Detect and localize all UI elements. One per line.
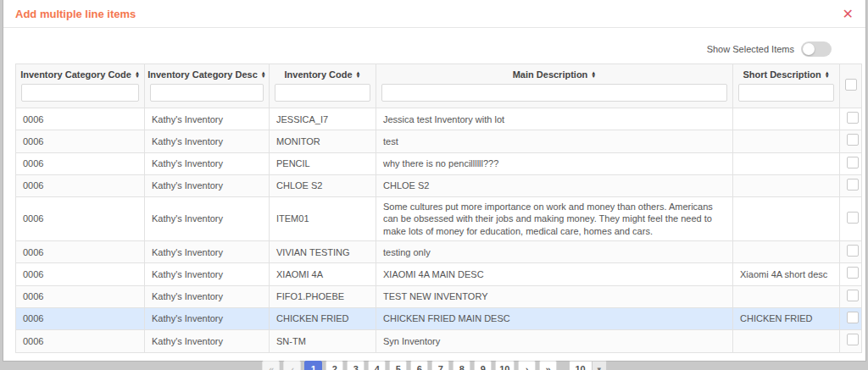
table-header-row: Inventory Category Code▲▼ Inventory Cate…	[16, 64, 862, 108]
cell-category-desc: Kathy's Inventory	[145, 263, 270, 285]
add-line-items-modal: Add multiple line items ✕ Show Selected …	[3, 0, 866, 362]
page-button-10[interactable]: 10	[495, 361, 514, 370]
cell-main-description: XIAOMI 4A MAIN DESC	[376, 263, 733, 285]
cell-short-description	[733, 130, 840, 152]
cell-category-desc: Kathy's Inventory	[145, 174, 270, 196]
page-button-2[interactable]: 2	[326, 361, 343, 370]
cell-category-code: 0006	[16, 197, 145, 241]
column-header-select	[840, 64, 862, 108]
cell-category-code: 0006	[16, 130, 145, 152]
cell-inventory-code: CHICKEN FRIED	[270, 307, 376, 329]
column-label: Inventory Category Desc	[147, 69, 258, 80]
page-button-3[interactable]: 3	[347, 361, 364, 370]
cell-inventory-code: PENCIL	[270, 152, 376, 174]
row-checkbox[interactable]	[847, 112, 859, 124]
select-all-checkbox[interactable]	[845, 79, 857, 91]
show-selected-label: Show Selected Items	[707, 44, 794, 54]
cell-main-description: CHLOE S2	[376, 174, 733, 196]
sort-icon[interactable]: ▲▼	[825, 71, 830, 78]
column-header-category-desc[interactable]: Inventory Category Desc▲▼	[145, 64, 270, 108]
sort-icon[interactable]: ▲▼	[356, 71, 361, 78]
row-checkbox[interactable]	[847, 157, 859, 168]
cell-inventory-code: MONITOR	[270, 130, 376, 152]
cell-inventory-code: VIVIAN TESTING	[270, 241, 376, 263]
table-row[interactable]: 0006 Kathy's Inventory PENCIL why there …	[16, 152, 862, 174]
cell-short-description	[733, 197, 840, 241]
cell-category-code: 0006	[16, 152, 145, 174]
filter-input-category-desc[interactable]	[150, 84, 264, 102]
cell-category-desc: Kathy's Inventory	[145, 330, 270, 352]
cell-short-description	[733, 152, 840, 174]
table-row[interactable]: 0006 Kathy's Inventory ITEM01 Some cultu…	[16, 197, 862, 241]
row-checkbox[interactable]	[847, 179, 859, 191]
cell-category-code: 0006	[16, 330, 145, 352]
page-size-value: 10	[570, 364, 592, 370]
cell-short-description	[733, 108, 840, 130]
row-checkbox[interactable]	[847, 334, 859, 345]
column-label: Main Description	[513, 69, 588, 80]
filter-input-inventory-code[interactable]	[275, 84, 370, 102]
table-row[interactable]: 0006 Kathy's Inventory JESSICA_I7 Jessic…	[16, 108, 862, 130]
sort-icon[interactable]: ▲▼	[135, 71, 140, 78]
column-header-inventory-code[interactable]: Inventory Code▲▼	[270, 64, 376, 108]
filter-input-category-code[interactable]	[21, 84, 139, 102]
row-checkbox[interactable]	[847, 290, 859, 301]
cell-main-description: Some cultures put more importance on wor…	[376, 197, 733, 241]
toggle-knob	[803, 43, 815, 55]
cell-inventory-code: FIFO1.PHOEBE	[270, 285, 376, 307]
cell-category-desc: Kathy's Inventory	[145, 108, 270, 130]
next-page-button[interactable]: ›	[518, 361, 536, 370]
first-page-button[interactable]: «	[262, 361, 280, 370]
last-page-button[interactable]: »	[539, 361, 557, 370]
column-label: Short Description	[743, 69, 821, 80]
table-row[interactable]: 0006 Kathy's Inventory VIVIAN TESTING te…	[16, 241, 862, 263]
row-checkbox[interactable]	[847, 312, 859, 323]
page-button-6[interactable]: 6	[410, 361, 428, 370]
modal-title: Add multiple line items	[15, 8, 136, 20]
sort-icon[interactable]: ▲▼	[591, 71, 596, 78]
column-label: Inventory Category Code	[20, 69, 131, 80]
inventory-table: Inventory Category Code▲▼ Inventory Cate…	[15, 64, 862, 353]
page-button-9[interactable]: 9	[474, 361, 492, 370]
page-button-5[interactable]: 5	[389, 361, 407, 370]
sort-icon[interactable]: ▲▼	[261, 71, 266, 78]
filter-input-main-description[interactable]	[381, 84, 727, 102]
row-checkbox[interactable]	[847, 267, 859, 279]
modal-header: Add multiple line items ✕	[3, 0, 865, 28]
cell-category-desc: Kathy's Inventory	[145, 152, 270, 174]
table-row[interactable]: 0006 Kathy's Inventory CHICKEN FRIED CHI…	[16, 307, 862, 329]
cell-main-description: TEST NEW INVENTORY	[376, 285, 733, 307]
page-button-4[interactable]: 4	[368, 361, 386, 370]
cell-short-description	[733, 241, 840, 263]
column-header-short-description[interactable]: Short Description▲▼	[733, 64, 840, 108]
cell-category-desc: Kathy's Inventory	[145, 241, 270, 263]
table-row[interactable]: 0006 Kathy's Inventory XIAOMI 4A XIAOMI …	[16, 263, 862, 285]
page-size-select[interactable]: 10 ▾	[569, 361, 607, 370]
row-checkbox[interactable]	[847, 212, 859, 224]
cell-main-description: testing only	[376, 241, 733, 263]
column-header-main-description[interactable]: Main Description▲▼	[376, 64, 733, 108]
pagination: « ‹ 1 2 3 4 5 6 7 8 9 10 › » 10 ▾	[3, 361, 865, 370]
table-row[interactable]: 0006 Kathy's Inventory MONITOR test	[16, 130, 862, 152]
cell-main-description: why there is no pencillllll???	[376, 152, 733, 174]
table-row[interactable]: 0006 Kathy's Inventory CHLOE S2 CHLOE S2	[16, 174, 862, 196]
cell-inventory-code: ITEM01	[270, 197, 376, 241]
show-selected-row: Show Selected Items	[15, 41, 832, 57]
page-button-7[interactable]: 7	[431, 361, 449, 370]
close-icon[interactable]: ✕	[843, 8, 854, 20]
table-row[interactable]: 0006 Kathy's Inventory SN-TM Syn Invento…	[16, 330, 862, 352]
show-selected-toggle[interactable]	[801, 41, 832, 57]
cell-short-description	[733, 285, 840, 307]
page-button-8[interactable]: 8	[453, 361, 470, 370]
cell-short-description	[733, 174, 840, 196]
prev-page-button[interactable]: ‹	[283, 361, 301, 370]
table-row[interactable]: 0006 Kathy's Inventory FIFO1.PHOEBE TEST…	[16, 285, 862, 307]
column-header-category-code[interactable]: Inventory Category Code▲▼	[16, 64, 145, 108]
cell-category-code: 0006	[16, 174, 145, 196]
filter-input-short-description[interactable]	[738, 84, 834, 102]
row-checkbox[interactable]	[847, 245, 859, 257]
row-checkbox[interactable]	[847, 134, 859, 146]
page-button-1[interactable]: 1	[304, 361, 322, 370]
chevron-down-icon: ▾	[592, 362, 606, 370]
cell-category-desc: Kathy's Inventory	[145, 307, 270, 329]
